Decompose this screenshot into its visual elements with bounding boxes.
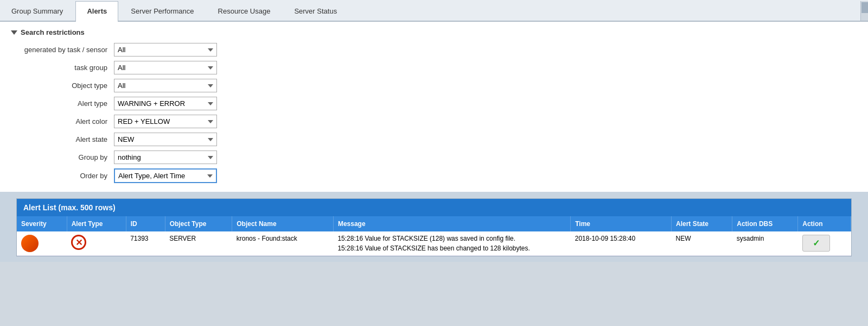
- cell-action-dbs: sysadmin: [732, 231, 798, 256]
- tab-group-summary[interactable]: Group Summary: [0, 1, 74, 21]
- select-alert-type[interactable]: WARNING + ERROR: [114, 97, 217, 110]
- alert-list-header: Alert List (max. 500 rows): [17, 199, 851, 216]
- tabs-bar: Group Summary Alerts Server Performance …: [0, 0, 868, 22]
- col-severity: Severity: [17, 216, 67, 231]
- cell-object-name: kronos - Found:stack: [232, 231, 334, 256]
- select-order-by[interactable]: Alert Type, Alert Time: [114, 168, 217, 183]
- alert-type-error-icon: ✕: [71, 235, 86, 250]
- select-alert-color[interactable]: RED + YELLOW: [114, 115, 217, 128]
- cell-object-type: SERVER: [165, 231, 232, 256]
- label-task-group: task group: [11, 64, 114, 72]
- tab-server-status[interactable]: Server Status: [283, 1, 348, 21]
- cell-id: 71393: [126, 231, 165, 256]
- tab-server-performance[interactable]: Server Performance: [119, 1, 205, 21]
- select-alert-state[interactable]: NEW: [114, 133, 217, 146]
- select-task-group[interactable]: All: [114, 61, 217, 74]
- alert-table: Severity Alert Type ID Object Type Objec…: [17, 216, 851, 256]
- table-row: ✕ 71393 SERVER kronos - Found:stack 15:2: [17, 231, 851, 256]
- label-group-by: Group by: [11, 153, 114, 161]
- col-id: ID: [126, 216, 165, 231]
- col-object-name: Object Name: [232, 216, 334, 231]
- severity-icon: [21, 235, 39, 252]
- search-form: generated by task / sensor All task grou…: [11, 43, 857, 183]
- label-alert-state: Alert state: [11, 135, 114, 143]
- collapse-icon[interactable]: [11, 30, 17, 35]
- action-confirm-button[interactable]: ✓: [802, 235, 830, 252]
- col-action: Action: [798, 216, 851, 231]
- select-task-sensor[interactable]: All: [114, 43, 217, 57]
- label-order-by: Order by: [11, 172, 114, 180]
- alert-container: Alert List (max. 500 rows) Severity Aler…: [16, 198, 852, 256]
- select-group-by[interactable]: nothing: [114, 151, 217, 164]
- col-alert-state: Alert State: [671, 216, 732, 231]
- label-object-type: Object type: [11, 82, 114, 90]
- label-alert-color: Alert color: [11, 117, 114, 126]
- cell-alert-state: NEW: [671, 231, 732, 256]
- cell-severity: [17, 231, 67, 256]
- cell-alert-type: ✕: [67, 231, 126, 256]
- main-wrapper: Group Summary Alerts Server Performance …: [0, 0, 868, 262]
- search-panel-title: Search restrictions: [11, 28, 857, 36]
- alert-area: Alert List (max. 500 rows) Severity Aler…: [0, 193, 868, 262]
- check-icon: ✓: [813, 238, 820, 248]
- col-action-dbs: Action DBS: [732, 216, 798, 231]
- tab-resource-usage[interactable]: Resource Usage: [207, 1, 282, 21]
- select-object-type[interactable]: All: [114, 79, 217, 92]
- col-message: Message: [333, 216, 570, 231]
- col-alert-type: Alert Type: [67, 216, 126, 231]
- label-alert-type: Alert type: [11, 99, 114, 108]
- label-task-sensor: generated by task / sensor: [11, 46, 114, 54]
- cell-time: 2018-10-09 15:28:40: [571, 231, 672, 256]
- col-time: Time: [571, 216, 672, 231]
- table-header-row: Severity Alert Type ID Object Type Objec…: [17, 216, 851, 231]
- cell-message: 15:28:16 Value for STACKSIZE (128) was s…: [333, 231, 570, 256]
- cell-action[interactable]: ✓: [798, 231, 851, 256]
- tab-alerts[interactable]: Alerts: [75, 1, 118, 22]
- col-object-type: Object Type: [165, 216, 232, 231]
- search-restrictions-panel: Search restrictions generated by task / …: [0, 22, 868, 193]
